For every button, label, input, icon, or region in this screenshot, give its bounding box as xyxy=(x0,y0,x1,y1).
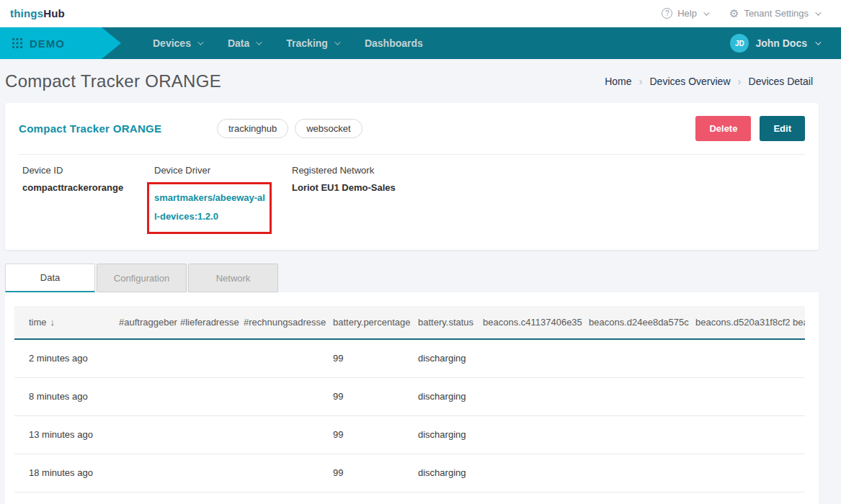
nav-item-label: Devices xyxy=(153,37,191,49)
table-cell: 8 minutes ago xyxy=(14,377,104,415)
field-label: Registered Network xyxy=(292,165,396,176)
breadcrumb-separator: › xyxy=(638,75,642,87)
table-cell xyxy=(104,454,166,492)
table-cell xyxy=(778,339,805,377)
sort-descending-icon: ↓ xyxy=(50,317,55,328)
tenant-settings-menu[interactable]: ⚙ Tenant Settings xyxy=(729,8,819,19)
table-cell xyxy=(681,454,778,492)
nav-item-devices[interactable]: Devices xyxy=(153,37,202,49)
page-head: Compact Tracker ORANGE Home › Devices Ov… xyxy=(0,59,841,103)
user-name: John Docs xyxy=(755,37,807,49)
table-cell xyxy=(681,377,778,415)
edit-button[interactable]: Edit xyxy=(760,116,805,141)
table-cell xyxy=(229,454,319,492)
table-row[interactable]: 2 minutes ago99discharging xyxy=(14,339,805,377)
red-highlight-box: smartmakers/abeeway-all-devices:1.2.0 xyxy=(147,182,272,234)
table-row[interactable]: 13 minutes ago99discharging xyxy=(14,415,805,454)
column-header-rechnungsadresse[interactable]: #rechnungsadresse xyxy=(229,306,319,339)
table-cell: discharging xyxy=(404,377,468,415)
breadcrumb-home[interactable]: Home xyxy=(605,76,631,87)
table-cell: 99 xyxy=(319,339,404,377)
table-cell xyxy=(574,377,681,415)
nav-item-label: Dashboards xyxy=(365,37,423,49)
table-cell xyxy=(681,492,778,504)
tenant-switcher[interactable]: DEMO xyxy=(0,27,121,59)
table-cell xyxy=(166,492,229,504)
chevron-down-icon xyxy=(334,39,340,45)
table-cell xyxy=(574,454,681,492)
avatar: JD xyxy=(730,34,749,53)
nav-menu: Devices Data Tracking Dashboards xyxy=(153,37,423,49)
table-cell: discharging xyxy=(404,454,468,492)
main-navbar: DEMO Devices Data Tracking Dashboards JD… xyxy=(0,27,841,59)
device-tags: trackinghub websocket xyxy=(217,119,362,138)
nav-item-dashboards[interactable]: Dashboards xyxy=(365,37,423,49)
device-name: Compact Tracker ORANGE xyxy=(19,122,217,135)
table-cell xyxy=(574,415,681,454)
breadcrumb: Home › Devices Overview › Devices Detail xyxy=(605,75,813,87)
table-cell xyxy=(468,454,574,492)
nav-item-label: Tracking xyxy=(286,37,328,49)
device-driver-link[interactable]: smartmakers/abeeway-all-devices:1.2.0 xyxy=(154,189,265,226)
chevron-down-icon xyxy=(197,39,203,45)
help-icon: ? xyxy=(662,8,672,19)
detail-tabs: Data Configuration Network xyxy=(5,264,841,292)
column-header-beacons-d24ee8da575c[interactable]: beacons.d24ee8da575c xyxy=(574,306,681,339)
table-cell xyxy=(468,377,574,415)
table-cell xyxy=(574,492,681,504)
table-row[interactable]: 18 minutes ago99discharging xyxy=(14,454,805,492)
table-cell xyxy=(778,415,805,454)
delete-button[interactable]: Delete xyxy=(695,116,751,141)
table-cell xyxy=(229,415,319,454)
table-header-row: time↓#auftraggeber#lieferadresse#rechnun… xyxy=(14,306,805,339)
table-cell xyxy=(778,454,805,492)
table-cell: 99 xyxy=(319,377,404,415)
table-cell xyxy=(778,492,805,504)
field-label: Device Driver xyxy=(154,165,292,176)
table-cell xyxy=(229,339,319,377)
table-cell: 99 xyxy=(319,492,404,504)
table-cell: discharging xyxy=(404,339,468,377)
table-row[interactable]: 24 minutes ago99discharging xyxy=(14,492,805,504)
breadcrumb-devices-detail: Devices Detail xyxy=(749,76,813,87)
field-label: Device ID xyxy=(22,165,154,176)
table-cell xyxy=(468,339,574,377)
table-cell xyxy=(104,492,166,504)
nav-item-tracking[interactable]: Tracking xyxy=(286,37,339,49)
tenant-name: DEMO xyxy=(30,37,65,50)
data-table: time↓#auftraggeber#lieferadresse#rechnun… xyxy=(14,306,805,504)
column-header-beacons-c41137406e35[interactable]: beacons.c41137406e35 xyxy=(468,306,574,339)
help-menu[interactable]: ? Help xyxy=(662,8,708,19)
breadcrumb-separator: › xyxy=(738,75,742,87)
tag-websocket[interactable]: websocket xyxy=(295,119,362,138)
table-cell: 18 minutes ago xyxy=(14,454,104,492)
gear-icon: ⚙ xyxy=(729,8,739,19)
nav-item-data[interactable]: Data xyxy=(228,37,260,49)
tab-configuration[interactable]: Configuration xyxy=(97,264,187,292)
table-cell xyxy=(166,377,229,415)
topbar: thingsHub ? Help ⚙ Tenant Settings xyxy=(0,0,841,27)
breadcrumb-devices-overview[interactable]: Devices Overview xyxy=(649,76,730,87)
column-header-auftraggeber[interactable]: #auftraggeber xyxy=(104,306,166,339)
column-header-battery-percentage[interactable]: battery.percentage xyxy=(319,306,404,339)
table-cell xyxy=(681,339,778,377)
table-cell xyxy=(229,492,319,504)
column-header-beacons-d520a31f8cf2[interactable]: beacons.d520a31f8cf2 xyxy=(681,306,778,339)
tag-trackinghub[interactable]: trackinghub xyxy=(217,119,288,138)
column-header-time[interactable]: time↓ xyxy=(14,306,104,339)
logo-part-things: things xyxy=(10,7,43,19)
chevron-down-icon xyxy=(815,9,821,15)
table-row[interactable]: 8 minutes ago99discharging xyxy=(14,377,805,415)
grid-icon xyxy=(12,38,22,48)
column-header-battery-status[interactable]: battery.status xyxy=(404,306,468,339)
table-cell xyxy=(166,415,229,454)
registered-network-value: Loriot EU1 Demo-Sales xyxy=(292,182,396,193)
nav-item-label: Data xyxy=(228,37,249,49)
table-cell xyxy=(166,454,229,492)
app-logo[interactable]: thingsHub xyxy=(10,7,65,19)
tab-data[interactable]: Data xyxy=(5,264,95,292)
table-cell: 99 xyxy=(319,454,404,492)
user-menu[interactable]: JD John Docs xyxy=(730,34,819,53)
chevron-down-icon xyxy=(703,9,709,15)
tab-network[interactable]: Network xyxy=(188,264,278,292)
